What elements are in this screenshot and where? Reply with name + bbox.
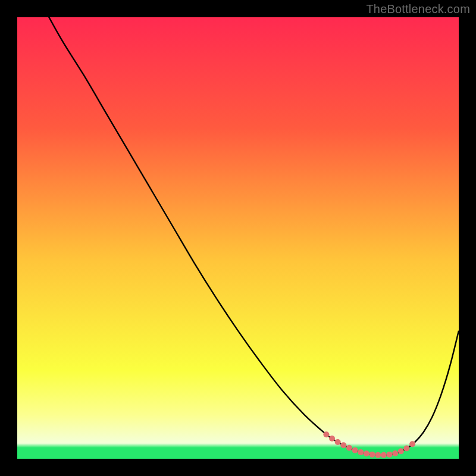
- chart-svg: [17, 17, 459, 459]
- plot-area: [17, 17, 459, 459]
- highlight-dot: [403, 446, 409, 452]
- highlight-dot: [340, 442, 346, 448]
- highlight-dot: [346, 445, 352, 451]
- highlight-dot: [335, 439, 341, 445]
- highlight-dot: [398, 448, 404, 454]
- highlight-dot: [381, 452, 387, 458]
- watermark-text: TheBottleneck.com: [366, 2, 470, 16]
- highlight-dot: [387, 452, 393, 458]
- highlight-dot: [352, 447, 358, 453]
- highlight-dot: [358, 449, 364, 455]
- chart-background: [17, 17, 459, 459]
- highlight-dot: [375, 452, 381, 458]
- chart-frame: TheBottleneck.com: [0, 0, 476, 476]
- highlight-dot: [392, 450, 398, 456]
- highlight-dot: [323, 431, 329, 437]
- highlight-dot: [409, 441, 415, 447]
- highlight-dot: [369, 452, 375, 458]
- highlight-dot: [364, 450, 369, 456]
- highlight-dot: [329, 436, 335, 441]
